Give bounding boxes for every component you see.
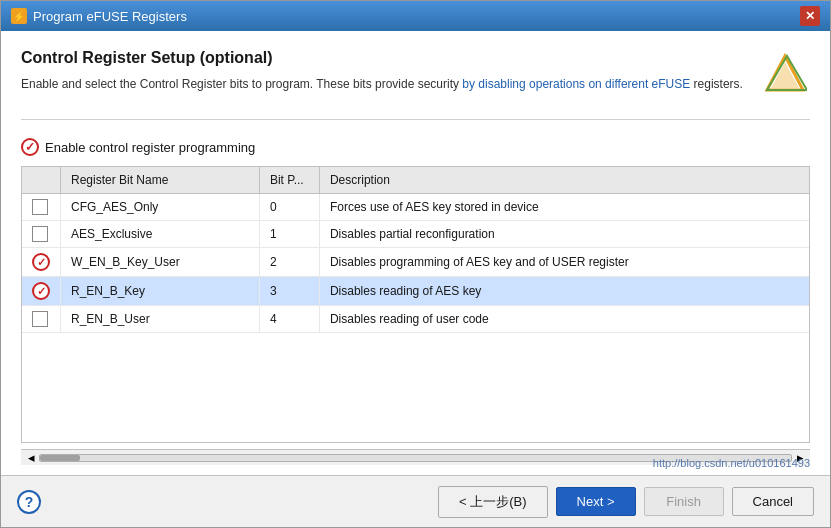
row-2-name: W_EN_B_Key_User xyxy=(61,248,260,277)
row-4-checkbox[interactable] xyxy=(32,311,48,327)
enable-checkbox-row[interactable]: ✓ Enable control register programming xyxy=(21,138,810,156)
close-button[interactable]: ✕ xyxy=(800,6,820,26)
horizontal-scrollbar[interactable]: ◂ ▸ xyxy=(21,449,810,465)
row-2-check-mark: ✓ xyxy=(37,256,46,269)
table-header: Register Bit Name Bit P... Description xyxy=(22,167,809,194)
row-3-name: R_EN_B_Key xyxy=(61,277,260,306)
window-title: Program eFUSE Registers xyxy=(33,9,187,24)
description-highlight: by disabling operations on different eFU… xyxy=(462,77,690,91)
table-row: ✓ W_EN_B_Key_User 2 Disables programming… xyxy=(22,248,809,277)
enable-check-mark: ✓ xyxy=(25,140,35,154)
enable-label: Enable control register programming xyxy=(45,140,255,155)
scroll-track[interactable] xyxy=(39,454,792,462)
main-window: ⚡ Program eFUSE Registers ✕ Control Regi… xyxy=(0,0,831,528)
next-button[interactable]: Next > xyxy=(556,487,636,516)
bottom-buttons: < 上一步(B) Next > Finish Cancel xyxy=(438,486,814,518)
logo-area xyxy=(760,49,810,99)
col-bit: Bit P... xyxy=(259,167,319,194)
page-description: Enable and select the Control Register b… xyxy=(21,75,750,93)
row-4-name: R_EN_B_User xyxy=(61,306,260,333)
header-text: Control Register Setup (optional) Enable… xyxy=(21,49,750,93)
row-0-checkbox[interactable] xyxy=(32,199,48,215)
bottom-left: ? xyxy=(17,490,41,514)
scroll-left-btn[interactable]: ◂ xyxy=(23,450,39,465)
scroll-thumb[interactable] xyxy=(40,455,80,461)
row-4-desc: Disables reading of user code xyxy=(319,306,809,333)
bottom-bar: ? < 上一步(B) Next > Finish Cancel xyxy=(1,475,830,527)
row-3-check-mark: ✓ xyxy=(37,285,46,298)
title-bar-left: ⚡ Program eFUSE Registers xyxy=(11,8,187,24)
row-3-bit: 3 xyxy=(259,277,319,306)
finish-button: Finish xyxy=(644,487,724,516)
table-row: CFG_AES_Only 0 Forces use of AES key sto… xyxy=(22,194,809,221)
row-3-checkbox[interactable]: ✓ xyxy=(32,282,50,300)
row-0-checkbox-cell[interactable] xyxy=(22,194,61,221)
content-area: Control Register Setup (optional) Enable… xyxy=(1,31,830,475)
cancel-button[interactable]: Cancel xyxy=(732,487,814,516)
scroll-right-btn[interactable]: ▸ xyxy=(792,450,808,465)
row-1-checkbox[interactable] xyxy=(32,226,48,242)
description-text2: registers. xyxy=(690,77,743,91)
row-1-desc: Disables partial reconfiguration xyxy=(319,221,809,248)
table-row: R_EN_B_User 4 Disables reading of user c… xyxy=(22,306,809,333)
row-1-bit: 1 xyxy=(259,221,319,248)
row-1-name: AES_Exclusive xyxy=(61,221,260,248)
row-2-checkbox[interactable]: ✓ xyxy=(32,253,50,271)
table-row: AES_Exclusive 1 Disables partial reconfi… xyxy=(22,221,809,248)
table-row: ✓ R_EN_B_Key 3 Disables reading of AES k… xyxy=(22,277,809,306)
header-section: Control Register Setup (optional) Enable… xyxy=(21,49,810,99)
back-button[interactable]: < 上一步(B) xyxy=(438,486,548,518)
page-title: Control Register Setup (optional) xyxy=(21,49,750,67)
row-4-checkbox-cell[interactable] xyxy=(22,306,61,333)
col-description: Description xyxy=(319,167,809,194)
enable-checkbox[interactable]: ✓ xyxy=(21,138,39,156)
table-body: CFG_AES_Only 0 Forces use of AES key sto… xyxy=(22,194,809,333)
title-bar: ⚡ Program eFUSE Registers ✕ xyxy=(1,1,830,31)
col-name: Register Bit Name xyxy=(61,167,260,194)
header-divider xyxy=(21,119,810,120)
row-4-bit: 4 xyxy=(259,306,319,333)
app-icon: ⚡ xyxy=(11,8,27,24)
description-text1: Enable and select the Control Register b… xyxy=(21,77,462,91)
row-1-checkbox-cell[interactable] xyxy=(22,221,61,248)
row-3-desc: Disables reading of AES key xyxy=(319,277,809,306)
col-checkbox xyxy=(22,167,61,194)
register-table-container: Register Bit Name Bit P... Description C… xyxy=(21,166,810,443)
row-2-bit: 2 xyxy=(259,248,319,277)
help-button[interactable]: ? xyxy=(17,490,41,514)
row-2-desc: Disables programming of AES key and of U… xyxy=(319,248,809,277)
row-3-checkbox-cell[interactable]: ✓ xyxy=(22,277,61,306)
row-0-desc: Forces use of AES key stored in device xyxy=(319,194,809,221)
register-table: Register Bit Name Bit P... Description C… xyxy=(22,167,809,333)
row-0-bit: 0 xyxy=(259,194,319,221)
logo-icon xyxy=(763,52,807,96)
row-0-name: CFG_AES_Only xyxy=(61,194,260,221)
row-2-checkbox-cell[interactable]: ✓ xyxy=(22,248,61,277)
